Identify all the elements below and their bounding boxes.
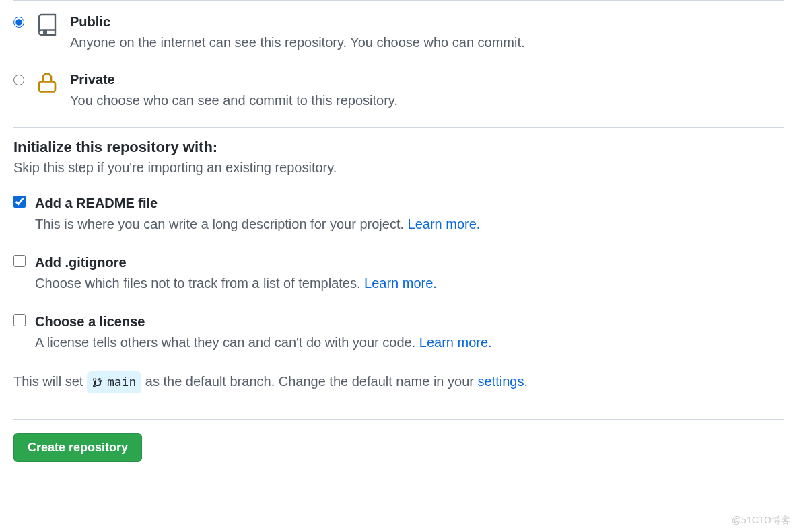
create-repository-button[interactable]: Create repository <box>13 433 142 462</box>
license-title: Choose a license <box>35 311 784 332</box>
default-branch-info: This will set main as the default branch… <box>13 371 784 393</box>
gitignore-desc-text: Choose which files not to track from a l… <box>35 276 364 291</box>
gitignore-learn-more-link[interactable]: Learn more. <box>364 276 437 291</box>
branch-text-post: . <box>524 374 528 389</box>
license-learn-more-link[interactable]: Learn more. <box>419 335 492 350</box>
readme-desc: This is where you can write a long descr… <box>35 213 784 235</box>
readme-learn-more-link[interactable]: Learn more. <box>408 217 481 231</box>
svg-rect-0 <box>39 82 55 92</box>
gitignore-row: Add .gitignore Choose which files not to… <box>13 252 784 294</box>
license-row: Choose a license A license tells others … <box>13 311 784 353</box>
readme-checkbox[interactable] <box>13 196 26 208</box>
private-desc: You choose who can see and commit to thi… <box>70 89 784 111</box>
branch-text-mid: as the default branch. Change the defaul… <box>145 374 478 389</box>
public-radio[interactable] <box>13 17 24 28</box>
gitignore-title: Add .gitignore <box>35 252 784 272</box>
init-section: Initialize this repository with: Skip th… <box>13 128 784 419</box>
lock-icon <box>35 71 59 95</box>
readme-desc-text: This is where you can write a long descr… <box>35 217 408 231</box>
visibility-section: Public Anyone on the internet can see th… <box>13 1 784 127</box>
branch-text-pre: This will set <box>13 374 87 389</box>
settings-link[interactable]: settings <box>478 374 524 389</box>
public-option-row: Public Anyone on the internet can see th… <box>13 11 784 53</box>
submit-section: Create repository <box>13 420 784 476</box>
gitignore-desc: Choose which files not to track from a l… <box>35 272 784 294</box>
public-desc: Anyone on the internet can see this repo… <box>70 32 784 53</box>
repo-icon <box>35 13 59 37</box>
license-checkbox[interactable] <box>13 314 26 326</box>
private-option-row: Private You choose who can see and commi… <box>13 69 784 111</box>
branch-name: main <box>107 373 136 392</box>
branch-badge: main <box>87 371 141 393</box>
gitignore-checkbox[interactable] <box>13 255 26 267</box>
license-desc: A license tells others what they can and… <box>35 332 784 353</box>
readme-row: Add a README file This is where you can … <box>13 193 784 235</box>
license-desc-text: A license tells others what they can and… <box>35 335 419 350</box>
readme-title: Add a README file <box>35 193 784 213</box>
git-branch-icon <box>92 377 103 388</box>
init-subtext: Skip this step if you're importing an ex… <box>13 160 784 176</box>
private-radio[interactable] <box>13 75 24 85</box>
private-title: Private <box>70 69 784 89</box>
init-heading: Initialize this repository with: <box>13 139 784 156</box>
public-title: Public <box>70 11 784 32</box>
